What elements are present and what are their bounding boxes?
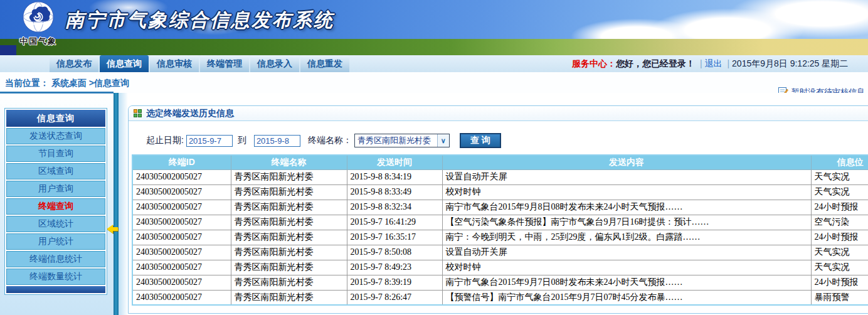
cell-send-time: 2015-9-7 16:35:17 bbox=[347, 230, 442, 245]
sidebar-collapse-arrow-icon[interactable] bbox=[107, 225, 119, 233]
service-center-label: 服务中心： bbox=[572, 58, 616, 68]
table-row[interactable]: 240305002005027 青秀区南阳新光村委 2015-9-7 8:50:… bbox=[132, 245, 868, 260]
arrow-triangle bbox=[107, 225, 113, 233]
table-body: 240305002005027 青秀区南阳新光村委 2015-9-8 8:34:… bbox=[132, 169, 868, 305]
table-row[interactable]: 240305002005027 青秀区南阳新光村委 2015-9-7 16:41… bbox=[132, 215, 868, 230]
terminal-name-label: 终端名称： bbox=[308, 135, 352, 146]
tab-terminal-manage[interactable]: 终端管理 bbox=[200, 55, 249, 72]
logout-link[interactable]: 退出 bbox=[705, 58, 722, 68]
table-row[interactable]: 240305002005027 青秀区南阳新光村委 2015-9-8 8:32:… bbox=[132, 200, 868, 215]
cell-info-position: 24小时预报 bbox=[811, 200, 868, 215]
breadcrumb-strip: 当前位置： 系统桌面 >信息查询 bbox=[0, 72, 868, 93]
cell-info-position: 24小时预报 bbox=[811, 230, 868, 245]
current-datetime: 2015年9月8日 9:12:25 星期二 bbox=[732, 58, 848, 68]
separator: | bbox=[700, 58, 702, 68]
date-from-input[interactable] bbox=[186, 135, 233, 147]
sidebar-item-region-query[interactable]: 区域查询 bbox=[6, 163, 105, 179]
sidebar-item-send-status-query[interactable]: 发送状态查询 bbox=[6, 128, 105, 144]
table-row[interactable]: 240305002005027 青秀区南阳新光村委 2015-9-8 8:33:… bbox=[132, 184, 868, 200]
cell-send-time: 2015-9-7 8:50:08 bbox=[347, 245, 442, 260]
breadcrumb-current: 信息查询 bbox=[94, 78, 129, 88]
cell-terminal-name: 青秀区南阳新光村委 bbox=[231, 275, 347, 290]
panel-grid-icon bbox=[134, 109, 142, 117]
tab-info-resend[interactable]: 信息重发 bbox=[300, 55, 349, 72]
cell-send-time: 2015-9-7 8:26:47 bbox=[347, 290, 442, 305]
cell-terminal-id: 240305002005027 bbox=[132, 245, 231, 260]
tab-info-publish[interactable]: 信息发布 bbox=[50, 55, 98, 72]
sidebar-splitter[interactable] bbox=[114, 93, 119, 315]
tab-info-entry[interactable]: 信息录入 bbox=[250, 55, 299, 72]
logo-label: 中国气象 bbox=[16, 36, 60, 47]
cma-logo: 中国气象 bbox=[16, 1, 60, 47]
cma-cloud-spiral-icon bbox=[23, 24, 54, 35]
cell-send-content: 设置自动开关屏 bbox=[442, 169, 811, 184]
chevron-down-icon[interactable]: ∨ bbox=[437, 134, 449, 147]
table-row[interactable]: 240305002005027 青秀区南阳新光村委 2015-9-7 8:26:… bbox=[132, 290, 868, 305]
table-row[interactable]: 240305002005027 青秀区南阳新光村委 2015-9-7 8:39:… bbox=[132, 275, 868, 290]
breadcrumb-label: 当前位置： bbox=[5, 78, 49, 88]
separator: | bbox=[727, 58, 729, 68]
search-button[interactable]: 查 询 bbox=[460, 133, 501, 148]
cell-send-content: 南宁市气象台2015年9月7日08时发布未来24小时天气预报…… bbox=[442, 275, 811, 290]
cell-info-position: 天气实况 bbox=[811, 245, 868, 260]
cell-send-content: 校对时钟 bbox=[442, 184, 811, 200]
cell-terminal-id: 240305002005027 bbox=[132, 275, 231, 290]
tab-info-query[interactable]: 信息查询 bbox=[100, 55, 149, 72]
cell-info-position: 空气污染 bbox=[811, 215, 868, 230]
table-row[interactable]: 240305002005027 青秀区南阳新光村委 2015-9-7 16:35… bbox=[132, 230, 868, 245]
tab-info-audit[interactable]: 信息审核 bbox=[150, 55, 199, 72]
col-terminal-id: 终端ID bbox=[132, 155, 231, 169]
tab-strip: 信息发布 信息查询 信息审核 终端管理 信息录入 信息重发 服务中心：您好，您已… bbox=[0, 55, 868, 72]
sidebar-item-user-stats[interactable]: 用户统计 bbox=[6, 233, 105, 250]
sidebar-item-region-stats[interactable]: 区域统计 bbox=[6, 216, 105, 232]
cell-terminal-id: 240305002005027 bbox=[132, 290, 231, 305]
cell-terminal-name: 青秀区南阳新光村委 bbox=[231, 260, 347, 275]
terminal-select[interactable]: 青秀区南阳新光村委 ∨ bbox=[354, 134, 450, 147]
date-to-input[interactable] bbox=[254, 135, 300, 147]
cell-info-position: 天气实况 bbox=[811, 260, 868, 275]
history-panel: 选定终端发送历史信息 起止日期: 到 终端名称： 青秀区南阳新光村委 ∨ 查 询… bbox=[128, 105, 868, 314]
cell-send-time: 2015-9-7 8:39:19 bbox=[347, 275, 442, 290]
col-send-content: 发送内容 bbox=[442, 155, 811, 169]
page: { "banner": { "title": "南宁市气象综合信息发布系统", … bbox=[0, 0, 868, 315]
sidebar-item-program-query[interactable]: 节目查询 bbox=[6, 146, 105, 162]
sidebar-menu: 信息查询 发送状态查询 节目查询 区域查询 用户查询 终端查询 区域统计 用户统… bbox=[4, 108, 107, 295]
table-header-row: 终端ID 终端名称 发送时间 发送内容 信息位 bbox=[132, 155, 868, 169]
panel-title: 选定终端发送历史信息 bbox=[146, 108, 234, 119]
table-row[interactable]: 240305002005027 青秀区南阳新光村委 2015-9-8 8:34:… bbox=[132, 169, 868, 184]
cell-info-position: 24小时预报 bbox=[811, 275, 868, 290]
system-title: 南宁市气象综合信息发布系统 bbox=[65, 8, 334, 33]
cell-send-time: 2015-9-7 16:41:29 bbox=[347, 215, 442, 230]
cell-send-time: 2015-9-8 8:33:49 bbox=[347, 184, 442, 200]
cell-terminal-name: 青秀区南阳新光村委 bbox=[231, 169, 347, 184]
cell-send-content: 校对时钟 bbox=[442, 260, 811, 275]
cell-terminal-id: 240305002005027 bbox=[132, 230, 231, 245]
arrow-stem bbox=[113, 227, 118, 231]
breadcrumb-root-link[interactable]: 系统桌面 bbox=[51, 78, 87, 88]
sidebar-item-user-query[interactable]: 用户查询 bbox=[6, 181, 105, 197]
cell-send-content: 南宁：今晚到明天，中雨，25到29度，偏东风1到2级。白露踏…… bbox=[442, 230, 811, 245]
login-greeting: 您好，您已经登录！ bbox=[616, 58, 695, 68]
cell-info-position: 天气实况 bbox=[811, 169, 868, 184]
sidebar-item-terminal-info-stats[interactable]: 终端信息统计 bbox=[6, 251, 105, 267]
banner-grass-field bbox=[0, 39, 868, 55]
cell-terminal-name: 青秀区南阳新光村委 bbox=[231, 215, 347, 230]
cell-send-content: 南宁市气象台2015年9月8日08时发布未来24小时天气预报…… bbox=[442, 200, 811, 215]
query-form: 起止日期: 到 终端名称： 青秀区南阳新光村委 ∨ 查 询 bbox=[146, 133, 868, 148]
table-row[interactable]: 240305002005027 青秀区南阳新光村委 2015-9-7 8:49:… bbox=[132, 260, 868, 275]
sidebar-footer-bar bbox=[6, 286, 105, 293]
cell-terminal-name: 青秀区南阳新光村委 bbox=[231, 290, 347, 305]
cell-terminal-id: 240305002005027 bbox=[132, 260, 231, 275]
user-bar: 服务中心：您好，您已经登录！ |退出 |2015年9月8日 9:12:25 星期… bbox=[572, 58, 848, 70]
breadcrumb-separator: > bbox=[89, 78, 94, 88]
panel-header: 选定终端发送历史信息 bbox=[129, 106, 868, 121]
cell-send-content: 【预警信号】南宁市气象台2015年9月7日07时45分发布暴…… bbox=[442, 290, 811, 305]
sidebar-header: 信息查询 bbox=[6, 110, 105, 127]
cell-terminal-name: 青秀区南阳新光村委 bbox=[231, 245, 347, 260]
col-info-position: 信息位 bbox=[811, 155, 868, 169]
sidebar-item-terminal-count-stats[interactable]: 终端数量统计 bbox=[6, 269, 105, 285]
main-tabs: 信息发布 信息查询 信息审核 终端管理 信息录入 信息重发 bbox=[50, 55, 349, 72]
cell-info-position: 天气实况 bbox=[811, 184, 868, 200]
sidebar-item-terminal-query[interactable]: 终端查询 bbox=[6, 198, 105, 215]
cell-terminal-name: 青秀区南阳新光村委 bbox=[231, 200, 347, 215]
